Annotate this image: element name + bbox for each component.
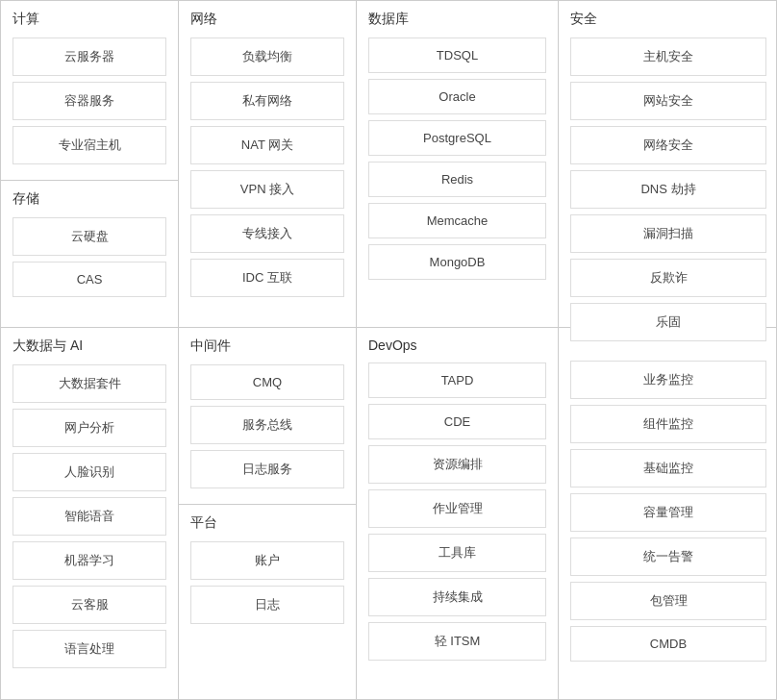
platform-title: 平台	[190, 514, 344, 532]
item-轻ITSM[interactable]: 轻 ITSM	[368, 622, 546, 661]
item-智能语音[interactable]: 智能语音	[13, 497, 166, 536]
security-section: 安全 主机安全 网站安全 网络安全 DNS 劫持 漏洞扫描 反欺诈 乐固	[559, 1, 777, 328]
network-title: 网络	[190, 11, 344, 28]
item-CDE[interactable]: CDE	[368, 404, 546, 439]
item-Redis[interactable]: Redis	[368, 162, 546, 197]
platform-section: 平台 账户 日志	[179, 505, 356, 700]
item-CMDB[interactable]: CMDB	[570, 626, 766, 662]
item-统一告警[interactable]: 统一告警	[570, 538, 766, 576]
bigdata-section: 大数据与 AI 大数据套件 网户分析 人脸识别 智能语音 机器学习 云客服 语言…	[1, 328, 179, 700]
item-机器学习[interactable]: 机器学习	[13, 541, 166, 580]
item-主机安全[interactable]: 主机安全	[570, 38, 766, 76]
item-网站安全[interactable]: 网站安全	[570, 82, 766, 120]
item-DNS劫持[interactable]: DNS 劫持	[570, 170, 766, 209]
item-IDC互联[interactable]: IDC 互联	[190, 259, 344, 297]
item-TDSQL[interactable]: TDSQL	[368, 38, 546, 73]
middleware-platform-column: 中间件 CMQ 服务总线 日志服务 平台 账户 日志	[179, 328, 357, 700]
item-网络安全[interactable]: 网络安全	[570, 126, 766, 164]
middleware-section: 中间件 CMQ 服务总线 日志服务	[179, 328, 356, 505]
item-CMQ[interactable]: CMQ	[190, 364, 344, 400]
item-CAS[interactable]: CAS	[13, 262, 166, 297]
item-专业宿主机[interactable]: 专业宿主机	[13, 126, 166, 164]
item-PostgreSQL[interactable]: PostgreSQL	[368, 120, 546, 156]
item-TAPD[interactable]: TAPD	[368, 362, 546, 398]
item-日志[interactable]: 日志	[190, 586, 344, 624]
database-section: 数据库 TDSQL Oracle PostgreSQL Redis Memcac…	[357, 1, 559, 328]
item-工具库[interactable]: 工具库	[368, 534, 546, 572]
item-大数据套件[interactable]: 大数据套件	[13, 364, 166, 403]
compute-title: 计算	[13, 11, 166, 28]
item-人脸识别[interactable]: 人脸识别	[13, 453, 166, 491]
item-漏洞扫描[interactable]: 漏洞扫描	[570, 214, 766, 253]
item-云服务器[interactable]: 云服务器	[13, 38, 166, 76]
network-section: 网络 负载均衡 私有网络 NAT 网关 VPN 接入 专线接入 IDC 互联	[179, 1, 357, 328]
item-持续集成[interactable]: 持续集成	[368, 578, 546, 616]
item-MongoDB[interactable]: MongoDB	[368, 244, 546, 280]
devops-title: DevOps	[368, 338, 546, 353]
compute-storage-column: 计算 云服务器 容器服务 专业宿主机 存储 云硬盘 CAS	[1, 1, 179, 328]
devops-right-section: 业务监控 组件监控 基础监控 容量管理 统一告警 包管理 CMDB	[559, 328, 777, 700]
storage-section: 存储 云硬盘 CAS	[1, 180, 178, 327]
item-容器服务[interactable]: 容器服务	[13, 82, 166, 120]
item-基础监控[interactable]: 基础监控	[570, 449, 766, 488]
item-负载均衡[interactable]: 负载均衡	[190, 38, 344, 76]
item-NAT网关[interactable]: NAT 网关	[190, 126, 344, 164]
security-title: 安全	[570, 11, 766, 28]
item-云客服[interactable]: 云客服	[13, 586, 166, 624]
item-日志服务[interactable]: 日志服务	[190, 450, 344, 488]
item-Memcache[interactable]: Memcache	[368, 203, 546, 238]
item-私有网络[interactable]: 私有网络	[190, 82, 344, 120]
item-专线接入[interactable]: 专线接入	[190, 214, 344, 253]
item-云硬盘[interactable]: 云硬盘	[13, 217, 166, 256]
item-账户[interactable]: 账户	[190, 541, 344, 580]
item-VPN接入[interactable]: VPN 接入	[190, 170, 344, 209]
database-title: 数据库	[368, 11, 546, 28]
item-包管理[interactable]: 包管理	[570, 582, 766, 620]
item-组件监控[interactable]: 组件监控	[570, 405, 766, 443]
item-业务监控[interactable]: 业务监控	[570, 361, 766, 399]
devops-section: DevOps TAPD CDE 资源编排 作业管理 工具库 持续集成 轻 ITS…	[357, 328, 559, 700]
item-作业管理[interactable]: 作业管理	[368, 489, 546, 528]
middleware-title: 中间件	[190, 338, 344, 355]
storage-title: 存储	[13, 190, 166, 208]
item-网户分析[interactable]: 网户分析	[13, 409, 166, 447]
bigdata-title: 大数据与 AI	[13, 338, 166, 355]
item-容量管理[interactable]: 容量管理	[570, 493, 766, 532]
compute-section: 计算 云服务器 容器服务 专业宿主机	[1, 1, 178, 180]
item-Oracle[interactable]: Oracle	[368, 79, 546, 114]
item-语言处理[interactable]: 语言处理	[13, 630, 166, 668]
item-服务总线[interactable]: 服务总线	[190, 406, 344, 444]
item-资源编排[interactable]: 资源编排	[368, 445, 546, 484]
item-反欺诈[interactable]: 反欺诈	[570, 259, 766, 297]
